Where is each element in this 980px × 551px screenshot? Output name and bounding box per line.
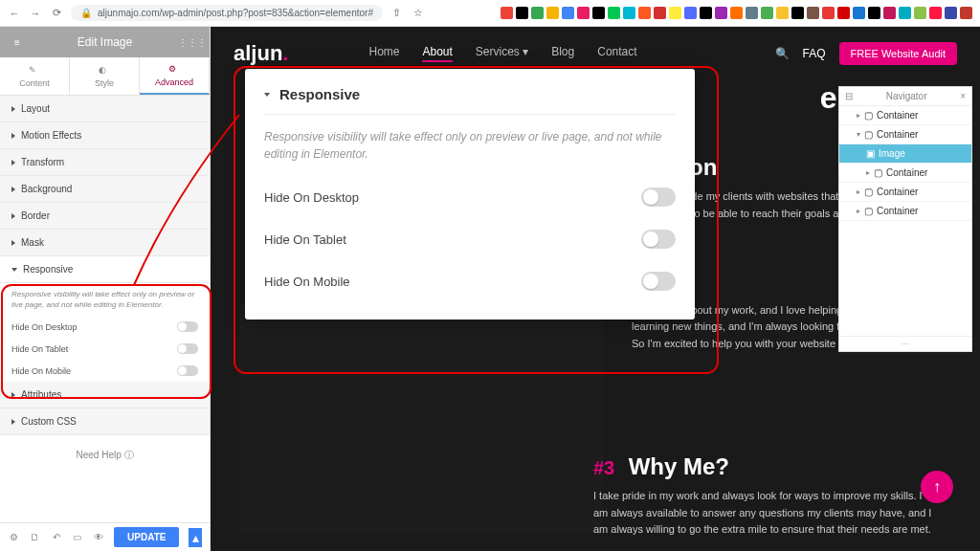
section-responsive[interactable]: Responsive — [0, 256, 210, 283]
extension-icon[interactable] — [730, 7, 743, 19]
extension-icon[interactable] — [883, 7, 896, 19]
logo[interactable]: aljun. — [234, 41, 288, 66]
collapse-icon[interactable]: ⊟ — [845, 91, 853, 101]
popup-note: Responsive visibility will take effect o… — [264, 115, 676, 176]
extension-icon[interactable] — [577, 7, 590, 19]
search-icon[interactable]: 🔍 — [775, 47, 790, 60]
container-icon: ▢ — [864, 110, 873, 121]
audit-button[interactable]: FREE Website Audit — [839, 42, 957, 65]
extension-icon[interactable] — [592, 7, 605, 19]
extension-icon[interactable] — [746, 7, 758, 19]
apps-icon[interactable]: ⋮⋮⋮ — [185, 34, 200, 50]
extension-icon[interactable] — [899, 7, 911, 19]
navigator-item[interactable]: ▾▢Container — [839, 125, 971, 144]
menu-icon[interactable]: ≡ — [10, 34, 25, 50]
section-mask[interactable]: Mask — [0, 230, 210, 256]
extension-icon[interactable] — [776, 7, 789, 19]
popup-hide-desktop-toggle[interactable] — [641, 187, 676, 207]
extension-icon[interactable] — [960, 7, 972, 19]
extension-icon[interactable] — [945, 7, 957, 19]
section-border[interactable]: Border — [0, 203, 210, 230]
section-background[interactable]: Background — [0, 176, 210, 203]
sidebar-footer: ⚙ 🗋 ↶ ▭ 👁 UPDATE ▴ — [0, 522, 210, 551]
hide-desktop-toggle[interactable] — [177, 321, 198, 332]
responsive-icon[interactable]: ▭ — [72, 529, 83, 546]
extension-icon[interactable] — [715, 7, 727, 19]
navigator-resize-handle[interactable]: ⋯ — [839, 336, 971, 351]
elementor-sidebar: ≡ Edit Image ⋮⋮⋮ ✎Content ◐Style ⚙Advanc… — [0, 27, 211, 551]
hide-tablet-toggle[interactable] — [177, 343, 198, 354]
nav-contact[interactable]: Contact — [597, 45, 636, 62]
section-attributes[interactable]: Attributes — [0, 382, 210, 408]
navigator-item[interactable]: ▸▢Container — [839, 202, 971, 221]
section-transform[interactable]: Transform — [0, 149, 210, 176]
history-icon[interactable]: ↶ — [50, 529, 61, 546]
responsive-note: Responsive visibility will take effect o… — [0, 283, 210, 316]
extension-icon[interactable] — [516, 7, 528, 19]
extension-icon[interactable] — [531, 7, 544, 19]
hero-image[interactable] — [239, 304, 603, 534]
browser-chrome: ← → ⟳ 🔒 aljunmajo.com/wp-admin/post.php?… — [0, 0, 980, 27]
extension-icon[interactable] — [837, 7, 850, 19]
pencil-icon: ✎ — [29, 65, 40, 77]
scroll-top-button[interactable]: ↑ — [921, 471, 953, 503]
publish-options-button[interactable]: ▴ — [189, 528, 202, 547]
extension-icon[interactable] — [638, 7, 651, 19]
section-motion[interactable]: Motion Effects — [0, 122, 210, 149]
section-layout[interactable]: Layout — [0, 96, 210, 122]
extension-icon[interactable] — [684, 7, 697, 19]
extension-icon[interactable] — [853, 7, 865, 19]
hide-mobile-toggle[interactable] — [177, 365, 198, 376]
nav-home[interactable]: Home — [368, 45, 399, 62]
navigator-item[interactable]: ▸▢Container — [839, 183, 971, 202]
responsive-popup: Responsive Responsive visibility will ta… — [245, 69, 695, 320]
extension-icon[interactable] — [807, 7, 819, 19]
extension-icon[interactable] — [700, 7, 712, 19]
nav-blog[interactable]: Blog — [551, 45, 574, 62]
share-icon[interactable]: ⇧ — [390, 7, 404, 20]
extension-icon[interactable] — [608, 7, 620, 19]
forward-icon[interactable]: → — [29, 7, 42, 20]
update-button[interactable]: UPDATE — [114, 527, 179, 547]
url-bar[interactable]: 🔒 aljunmajo.com/wp-admin/post.php?post=8… — [71, 5, 383, 21]
extension-icon[interactable] — [546, 7, 559, 19]
settings-icon[interactable]: ⚙ — [8, 529, 19, 546]
extension-icon[interactable] — [822, 7, 835, 19]
navigator-item[interactable]: ▸▢Container — [839, 164, 971, 183]
extension-icon[interactable] — [929, 7, 942, 19]
extension-icon[interactable] — [761, 7, 773, 19]
close-icon[interactable]: × — [960, 91, 966, 101]
navigator-item[interactable]: ▸▢Container — [839, 106, 971, 125]
extension-icon[interactable] — [791, 7, 804, 19]
extension-icon[interactable] — [914, 7, 926, 19]
extension-icon[interactable] — [623, 7, 635, 19]
caret-icon: ▸ — [857, 187, 860, 196]
popup-hide-tablet-toggle[interactable] — [641, 230, 676, 249]
section-customcss[interactable]: Custom CSS — [0, 408, 210, 435]
extension-icon[interactable] — [501, 7, 513, 19]
url-text: aljunmajo.com/wp-admin/post.php?post=835… — [98, 8, 373, 18]
caret-icon — [264, 93, 270, 97]
preview-icon[interactable]: 👁 — [93, 529, 104, 546]
reload-icon[interactable]: ⟳ — [50, 7, 63, 20]
extension-icon[interactable] — [868, 7, 880, 19]
popup-hide-mobile-toggle[interactable] — [641, 272, 676, 291]
tab-content[interactable]: ✎Content — [0, 57, 70, 95]
container-icon: ▢ — [874, 167, 882, 178]
faq-link[interactable]: FAQ — [803, 47, 826, 60]
tab-style[interactable]: ◐Style — [70, 57, 140, 95]
navigator-panel[interactable]: ⊟ Navigator × ▸▢Container ▾▢Container ▣I… — [838, 86, 972, 352]
star-icon[interactable]: ☆ — [412, 7, 425, 20]
extension-icon[interactable] — [654, 7, 666, 19]
navigator-item-selected[interactable]: ▣Image — [839, 144, 971, 164]
extension-icon[interactable] — [669, 7, 681, 19]
revisions-icon[interactable]: 🗋 — [29, 529, 40, 546]
nav-about[interactable]: About — [422, 45, 452, 62]
popup-header[interactable]: Responsive — [264, 86, 676, 115]
navigator-header: ⊟ Navigator × — [839, 87, 971, 106]
need-help[interactable]: Need Help ⓘ — [0, 435, 210, 475]
extension-icon[interactable] — [562, 7, 574, 19]
nav-services[interactable]: Services ▾ — [476, 45, 528, 62]
tab-advanced[interactable]: ⚙Advanced — [140, 57, 210, 95]
back-icon[interactable]: ← — [8, 7, 21, 20]
